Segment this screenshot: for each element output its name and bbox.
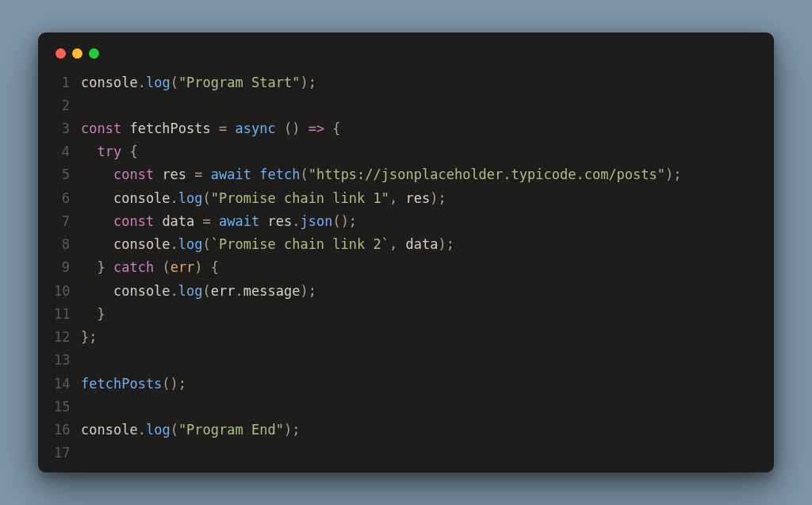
code-token: = <box>203 213 219 229</box>
code-token: message <box>243 283 301 299</box>
code-token: log <box>178 190 203 206</box>
code-line[interactable]: 9 } catch (err) { <box>54 256 758 279</box>
line-content[interactable]: }; <box>81 326 97 349</box>
line-content[interactable]: try { <box>81 140 138 163</box>
line-number: 7 <box>54 210 81 233</box>
line-number: 1 <box>54 71 81 94</box>
code-line[interactable]: 10 console.log(err.message); <box>54 280 758 303</box>
code-token: fetch <box>259 166 300 182</box>
code-token: console <box>81 75 138 90</box>
code-token: const <box>113 166 154 182</box>
line-content[interactable]: console.log(`Promise chain link 2`, data… <box>81 233 454 256</box>
code-line[interactable]: 17 <box>54 442 758 465</box>
code-token <box>81 259 97 275</box>
code-token: , <box>389 190 405 206</box>
code-line[interactable]: 13 <box>54 349 758 372</box>
code-line[interactable]: 6 console.log("Promise chain link 1", re… <box>54 187 758 210</box>
line-content[interactable]: console.log("Program Start"); <box>81 71 316 94</box>
code-token: ( <box>203 283 211 299</box>
code-line[interactable]: 14fetchPosts(); <box>54 373 758 396</box>
code-token: . <box>170 283 178 299</box>
code-token <box>81 143 97 159</box>
code-token: console <box>81 236 170 252</box>
code-line[interactable]: 1console.log("Program Start"); <box>54 71 758 94</box>
minimize-icon[interactable] <box>72 48 82 59</box>
code-token: json <box>300 213 332 229</box>
code-token: ); <box>438 236 454 252</box>
code-token: { <box>121 143 137 159</box>
code-token: log <box>146 75 170 90</box>
code-token: (); <box>162 376 186 392</box>
line-content[interactable]: fetchPosts(); <box>81 373 186 396</box>
code-token: = <box>194 166 210 182</box>
line-number: 4 <box>54 140 81 163</box>
line-number: 14 <box>54 373 81 396</box>
code-token: ( <box>170 422 178 438</box>
code-token: . <box>292 213 300 229</box>
code-token: data <box>405 236 438 252</box>
line-number: 11 <box>54 303 81 326</box>
code-token: log <box>178 236 203 252</box>
close-icon[interactable] <box>56 48 66 59</box>
code-token: ); <box>665 166 681 182</box>
code-token: try <box>97 143 121 159</box>
line-content[interactable]: const fetchPosts = async () => { <box>81 117 341 140</box>
code-token: ); <box>430 190 446 206</box>
code-token: err <box>170 259 195 275</box>
code-token: "https://jsonplaceholder.typicode.com/po… <box>308 166 665 182</box>
line-number: 15 <box>54 396 81 419</box>
code-token: ( <box>203 236 211 252</box>
code-token: "Program Start" <box>178 75 301 90</box>
code-token: res <box>259 213 292 229</box>
code-token: res <box>405 190 430 206</box>
code-token: ( <box>300 166 308 182</box>
line-content[interactable]: console.log(err.message); <box>81 280 316 303</box>
line-number: 16 <box>54 419 81 442</box>
code-token: const <box>113 213 154 229</box>
code-token: } <box>97 306 105 322</box>
code-token: }; <box>81 329 97 345</box>
line-content[interactable]: } <box>81 303 105 326</box>
zoom-icon[interactable] <box>89 48 99 59</box>
code-line[interactable]: 5 const res = await fetch("https://jsonp… <box>54 163 758 186</box>
code-token: ( <box>203 190 211 206</box>
code-line[interactable]: 12}; <box>54 326 758 349</box>
line-number: 10 <box>54 280 81 303</box>
code-line[interactable]: 7 const data = await res.json(); <box>54 210 758 233</box>
code-line[interactable]: 15 <box>54 396 758 419</box>
code-token: log <box>146 422 170 438</box>
line-content[interactable]: console.log("Promise chain link 1", res)… <box>81 187 446 210</box>
code-token: const <box>81 121 121 136</box>
line-content[interactable]: console.log("Program End"); <box>81 419 300 442</box>
line-content[interactable]: const data = await res.json(); <box>81 210 357 233</box>
code-line[interactable]: 4 try { <box>54 140 758 163</box>
code-token: err <box>211 283 236 299</box>
line-content[interactable]: } catch (err) { <box>81 256 219 279</box>
code-token: res <box>154 166 194 182</box>
line-number: 9 <box>54 256 81 279</box>
code-token: { <box>324 121 340 136</box>
line-number: 12 <box>54 326 81 349</box>
code-line[interactable]: 16console.log("Program End"); <box>54 419 758 442</box>
code-token: = <box>219 121 235 136</box>
code-token: ); <box>300 75 316 90</box>
code-line[interactable]: 2 <box>54 94 758 117</box>
code-token: . <box>170 190 178 206</box>
line-content[interactable]: const res = await fetch("https://jsonpla… <box>81 163 682 186</box>
code-token: . <box>170 236 178 252</box>
code-token: ( <box>154 259 170 275</box>
code-token: await <box>219 213 259 229</box>
code-line[interactable]: 8 console.log(`Promise chain link 2`, da… <box>54 233 758 256</box>
code-line[interactable]: 3const fetchPosts = async () => { <box>54 117 758 140</box>
line-number: 2 <box>54 94 81 117</box>
code-area[interactable]: 1console.log("Program Start");23const fe… <box>54 71 758 465</box>
window-controls <box>54 48 758 59</box>
code-token: console <box>81 190 170 206</box>
code-token <box>81 213 113 229</box>
code-line[interactable]: 11 } <box>54 303 758 326</box>
code-token: } <box>97 259 113 275</box>
code-token: "Program End" <box>178 422 284 438</box>
code-token: () <box>276 121 308 136</box>
code-token: . <box>236 283 243 299</box>
code-token: fetchPosts <box>121 121 219 136</box>
